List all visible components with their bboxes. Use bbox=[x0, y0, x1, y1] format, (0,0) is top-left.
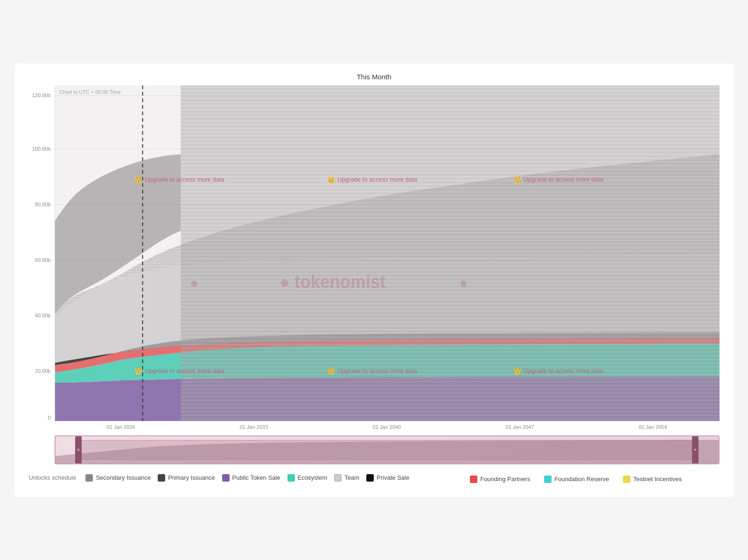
legend-color-foundation-reserve bbox=[544, 476, 552, 483]
mini-handle-left[interactable]: « bbox=[75, 436, 82, 463]
legend-color-secondary bbox=[85, 474, 93, 482]
legend-item-foundation-reserve: Foundation Reserve bbox=[544, 476, 609, 483]
legend-label-team: Team bbox=[344, 474, 359, 481]
y-label-80: 80.00b bbox=[35, 202, 51, 207]
svg-text:●: ● bbox=[189, 274, 198, 291]
y-label-20: 20.00b bbox=[35, 368, 51, 374]
legend-item-testnet: Testnet Incentives bbox=[623, 476, 682, 483]
chart-container: This Month 120.00b 100.00b 80.00b 60.00b… bbox=[15, 63, 734, 497]
legend-label-foundation-reserve: Foundation Reserve bbox=[554, 476, 609, 483]
mini-handle-right[interactable]: » bbox=[692, 436, 699, 463]
upgrade-overlay-3[interactable]: 👑 Upgrade to access more data bbox=[513, 176, 603, 183]
legend-label-testnet: Testnet Incentives bbox=[633, 476, 682, 483]
y-label-120: 120.00b bbox=[32, 92, 51, 98]
legend-label-public-sale: Public Token Sale bbox=[232, 474, 280, 481]
legend-item-founding: Founding Partners bbox=[470, 476, 530, 483]
upgrade-overlay-1[interactable]: 👑 Upgrade to access more data bbox=[134, 176, 224, 183]
legend-label-private-sale: Private Sale bbox=[377, 474, 409, 481]
y-label-40: 40.00b bbox=[35, 313, 51, 318]
upgrade-overlay-5[interactable]: 👑 Upgrade to access more data bbox=[327, 367, 417, 374]
legend-color-primary bbox=[158, 474, 165, 482]
mini-chart[interactable]: « » bbox=[55, 435, 720, 464]
legend-row-1: Unlocks schedule Secondary Issuance Prim… bbox=[29, 473, 410, 483]
x-label-2026: 01 Jan 2026 bbox=[107, 424, 135, 430]
legend-color-testnet bbox=[623, 476, 630, 483]
chart-title: This Month bbox=[29, 73, 720, 81]
x-axis: 01 Jan 2026 01 Jan 2033 01 Jan 2040 01 J… bbox=[29, 421, 720, 430]
legend-item-ecosystem: Ecosystem bbox=[287, 474, 328, 482]
upgrade-overlay-6[interactable]: 👑 Upgrade to access more data bbox=[513, 367, 603, 374]
legend-item-team: Team bbox=[334, 474, 359, 482]
y-axis: 120.00b 100.00b 80.00b 60.00b 40.00b 20.… bbox=[29, 85, 55, 421]
legend-item-public-sale: Public Token Sale bbox=[222, 474, 280, 482]
x-label-2047: 01 Jan 2047 bbox=[506, 424, 534, 430]
legend: Unlocks schedule Secondary Issuance Prim… bbox=[29, 473, 720, 483]
legend-title: Unlocks schedule bbox=[29, 474, 77, 481]
upgrade-overlay-2[interactable]: 👑 Upgrade to access more data bbox=[327, 176, 417, 183]
y-label-0: 0 bbox=[48, 415, 50, 420]
legend-label-primary: Primary Issuance bbox=[168, 474, 215, 481]
legend-item-secondary: Secondary Issuance bbox=[85, 474, 151, 482]
legend-label-founding: Founding Partners bbox=[480, 476, 530, 483]
upgrade-overlay-4[interactable]: 👑 Upgrade to access more data bbox=[134, 367, 224, 374]
chart-area: Chart in UTC + 00:00 Time bbox=[55, 85, 720, 421]
legend-item-private-sale: Private Sale bbox=[366, 474, 409, 482]
legend-row-2: Founding Partners Foundation Reserve Tes… bbox=[470, 476, 682, 483]
x-label-2054: 01 Jan 2054 bbox=[639, 424, 667, 430]
mini-chart-svg bbox=[56, 436, 719, 463]
legend-color-team bbox=[334, 474, 342, 482]
svg-text:● tokenomist: ● tokenomist bbox=[280, 272, 385, 292]
legend-color-ecosystem bbox=[287, 474, 295, 482]
legend-label-secondary: Secondary Issuance bbox=[96, 474, 151, 481]
legend-label-ecosystem: Ecosystem bbox=[298, 474, 328, 481]
legend-color-private-sale bbox=[366, 474, 374, 482]
svg-text:●: ● bbox=[459, 274, 468, 291]
y-label-60: 60.00b bbox=[35, 257, 51, 263]
x-label-2040: 01 Jan 2040 bbox=[373, 424, 401, 430]
legend-color-founding bbox=[470, 476, 477, 483]
legend-color-public-sale bbox=[222, 474, 230, 482]
legend-item-primary: Primary Issuance bbox=[158, 474, 215, 482]
x-label-2033: 01 Jan 2033 bbox=[240, 424, 268, 430]
y-label-100: 100.00b bbox=[32, 146, 51, 152]
